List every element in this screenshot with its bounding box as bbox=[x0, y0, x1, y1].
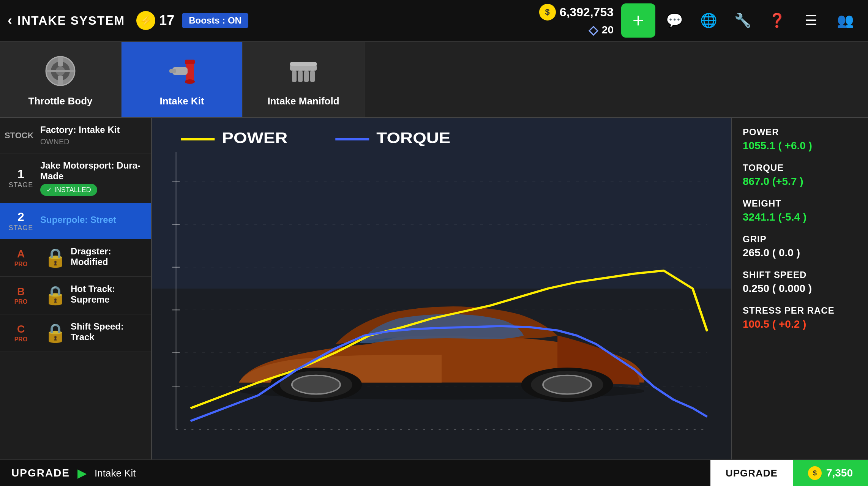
stage1-info: Jake Motorsport: Dura-Made ✓ INSTALLED bbox=[40, 160, 144, 196]
upgrade-stage1[interactable]: 1 STAGE Jake Motorsport: Dura-Made ✓ INS… bbox=[0, 153, 151, 203]
menu-button[interactable]: ☰ bbox=[796, 5, 826, 36]
diamond-icon: ◇ bbox=[589, 23, 598, 37]
back-button[interactable]: ‹ INTAKE SYSTEM bbox=[8, 13, 125, 28]
tab-bar: Throttle Body Intake Kit bbox=[0, 42, 868, 118]
cost-coin-icon: $ bbox=[808, 466, 822, 480]
bolt-count: 17 bbox=[159, 13, 174, 28]
torque-label: TORQUE bbox=[743, 163, 857, 173]
stock-stage-badge: STOCK bbox=[8, 131, 34, 140]
stress-label: STRESS PER RACE bbox=[743, 305, 857, 316]
coins-row: $ 6,392,753 bbox=[539, 4, 614, 21]
upgrade-stock[interactable]: STOCK Factory: Intake Kit OWNED bbox=[0, 118, 151, 153]
dyno-chart: POWER TORQUE bbox=[152, 118, 731, 459]
stage-a-pro: PRO bbox=[14, 261, 28, 268]
header-icons: 💬 🌐 🔧 ❓ ☰ 👥 bbox=[659, 5, 860, 36]
checkmark-icon: ✓ bbox=[46, 186, 52, 194]
svg-rect-14 bbox=[298, 71, 303, 82]
stage-b-pro: PRO bbox=[14, 298, 28, 305]
boosts-badge[interactable]: Boosts : ON bbox=[182, 13, 248, 28]
car-view: POWER TORQUE bbox=[152, 118, 731, 459]
stage2-badge: 2 STAGE bbox=[8, 210, 34, 232]
stress-value: 100.5 ( +0.2 ) bbox=[743, 318, 857, 330]
shift-speed-label: SHIFT SPEED bbox=[743, 270, 857, 280]
power-label: POWER bbox=[743, 127, 857, 137]
grip-value: 265.0 ( 0.0 ) bbox=[743, 247, 857, 259]
bottom-left-area: UPGRADE ▶ Intake Kit bbox=[0, 466, 710, 480]
svg-rect-10 bbox=[169, 69, 176, 73]
cost-button[interactable]: $ 7,350 bbox=[793, 460, 868, 486]
stage1-num: 1 bbox=[17, 167, 24, 181]
upgrade-button[interactable]: UPGRADE bbox=[710, 460, 793, 486]
weight-value: 3241.1 (-5.4 ) bbox=[743, 211, 857, 223]
add-currency-button[interactable]: + bbox=[621, 3, 655, 38]
stage-b-name: Hot Track: Supreme bbox=[71, 284, 144, 305]
stage-c-badge: C PRO bbox=[8, 323, 34, 343]
tab-throttle-body[interactable]: Throttle Body bbox=[0, 42, 122, 117]
torque-value: 867.0 (+5.7 ) bbox=[743, 175, 857, 188]
stage-b-info: Hot Track: Supreme bbox=[71, 284, 144, 307]
upgrade-stage-c[interactable]: C PRO 🔒 Shift Speed: Track bbox=[0, 314, 151, 352]
intake-manifold-icon bbox=[284, 52, 322, 90]
throttle-body-icon bbox=[41, 52, 79, 90]
intake-kit-label: Intake Kit bbox=[159, 95, 204, 107]
svg-rect-5 bbox=[58, 76, 63, 85]
upgrade-stage2[interactable]: 2 STAGE Superpole: Street bbox=[0, 203, 151, 239]
throttle-body-label: Throttle Body bbox=[28, 95, 93, 107]
stock-upgrade-info: Factory: Intake Kit OWNED bbox=[40, 125, 144, 146]
svg-rect-12 bbox=[290, 65, 317, 71]
globe-button[interactable]: 🌐 bbox=[693, 5, 724, 36]
intake-manifold-label: Intake Manifold bbox=[267, 95, 339, 107]
stat-shift-speed: SHIFT SPEED 0.250 ( 0.000 ) bbox=[743, 270, 857, 295]
play-icon: ▶ bbox=[77, 466, 87, 480]
chat-button[interactable]: 💬 bbox=[659, 5, 690, 36]
stat-power: POWER 1055.1 ( +6.0 ) bbox=[743, 127, 857, 152]
diamonds-value: 20 bbox=[602, 24, 614, 36]
stage-a-name: Dragster: Modified bbox=[71, 246, 144, 267]
svg-point-40 bbox=[543, 375, 591, 394]
bottom-right-area: UPGRADE $ 7,350 bbox=[710, 460, 868, 486]
diamonds-row: ◇ 20 bbox=[589, 23, 614, 37]
coins-value: 6,392,753 bbox=[560, 5, 614, 19]
svg-text:POWER: POWER bbox=[222, 129, 287, 147]
back-arrow-icon: ‹ bbox=[8, 13, 13, 28]
grip-label: GRIP bbox=[743, 234, 857, 245]
upgrade-section-label: UPGRADE bbox=[11, 467, 70, 479]
upgrade-stage-b[interactable]: B PRO 🔒 Hot Track: Supreme bbox=[0, 277, 151, 314]
community-button[interactable]: 👥 bbox=[830, 5, 860, 36]
svg-rect-16 bbox=[310, 71, 315, 82]
stage-c-pro: PRO bbox=[14, 336, 28, 343]
bolt-container: ⚡ 17 bbox=[136, 11, 174, 30]
stage1-badge: 1 STAGE bbox=[8, 167, 34, 189]
upgrade-stage-a[interactable]: A PRO 🔒 Dragster: Modified bbox=[0, 239, 151, 277]
stock-label: STOCK bbox=[5, 131, 31, 140]
currency-area: $ 6,392,753 ◇ 20 bbox=[539, 4, 614, 37]
svg-point-37 bbox=[292, 375, 340, 394]
help-button[interactable]: ❓ bbox=[762, 5, 792, 36]
stage-a-letter: A bbox=[17, 248, 25, 260]
bottom-bar: UPGRADE ▶ Intake Kit UPGRADE $ 7,350 bbox=[0, 459, 868, 486]
svg-rect-13 bbox=[292, 71, 297, 82]
tab-intake-kit[interactable]: Intake Kit bbox=[122, 42, 243, 117]
main-content: STOCK Factory: Intake Kit OWNED 1 STAGE … bbox=[0, 118, 868, 459]
intake-kit-icon bbox=[163, 52, 201, 90]
stat-torque: TORQUE 867.0 (+5.7 ) bbox=[743, 163, 857, 188]
power-value: 1055.1 ( +6.0 ) bbox=[743, 140, 857, 152]
stat-grip: GRIP 265.0 ( 0.0 ) bbox=[743, 234, 857, 259]
stage1-label: STAGE bbox=[9, 181, 33, 189]
tab-intake-manifold[interactable]: Intake Manifold bbox=[243, 42, 365, 117]
stage-b-badge: B PRO bbox=[8, 286, 34, 305]
stat-weight: WEIGHT 3241.1 (-5.4 ) bbox=[743, 198, 857, 223]
stage2-name: Superpole: Street bbox=[40, 215, 144, 225]
svg-text:TORQUE: TORQUE bbox=[376, 129, 450, 147]
svg-rect-17 bbox=[290, 62, 317, 66]
page-title: INTAKE SYSTEM bbox=[17, 14, 125, 28]
svg-rect-15 bbox=[304, 71, 309, 82]
stage-a-info: Dragster: Modified bbox=[71, 246, 144, 270]
upgrades-list: STOCK Factory: Intake Kit OWNED 1 STAGE … bbox=[0, 118, 152, 459]
wrench-button[interactable]: 🔧 bbox=[728, 5, 758, 36]
coin-icon: $ bbox=[539, 4, 556, 21]
lock-b-icon: 🔒 bbox=[44, 285, 67, 306]
header: ‹ INTAKE SYSTEM ⚡ 17 Boosts : ON $ 6,392… bbox=[0, 0, 868, 42]
lock-c-icon: 🔒 bbox=[44, 322, 67, 344]
stage-c-letter: C bbox=[17, 323, 25, 335]
